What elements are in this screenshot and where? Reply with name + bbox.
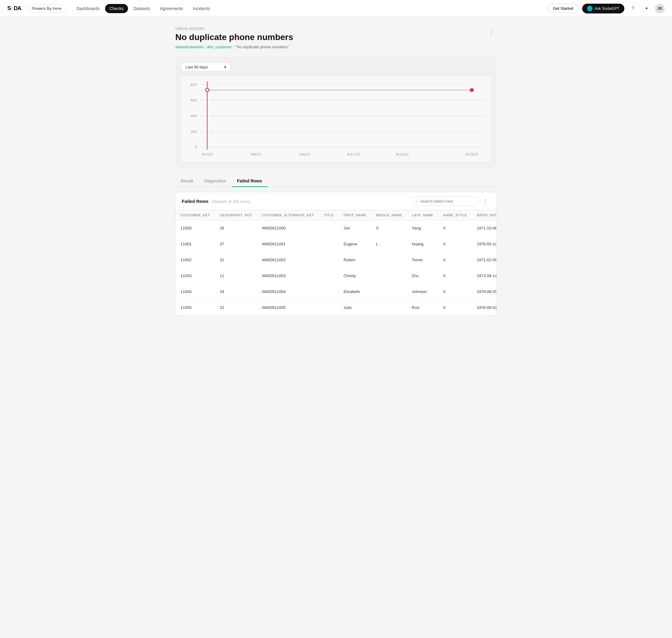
failed-rows-table: CUSTOMER_KEY GEOGRAPHY_KEY CUSTOMER_ALTE… [176, 210, 497, 315]
table-cell [319, 252, 339, 268]
breadcrumb-adventureworks[interactable]: adventureworks [175, 45, 203, 49]
table-cell [319, 300, 339, 316]
nav-dashboards[interactable]: Dashboards [72, 4, 104, 13]
table-row: 1100419AW00011004ElizabethJohnson01979-0… [176, 284, 497, 300]
table-actions: ⌕ ⋮ [411, 197, 490, 206]
table-cell [319, 236, 339, 252]
table-cell: Huang [407, 236, 438, 252]
tabs: Result Diagnostics Failed Rows [175, 175, 497, 187]
table-cell: V [371, 220, 407, 236]
table-cell [371, 252, 407, 268]
table-cell: Elizabeth [339, 284, 371, 300]
table-cell: 0 [438, 268, 472, 284]
svg-text:400: 400 [190, 114, 197, 118]
col-first-name: FIRST_NAME [339, 210, 371, 220]
app-logo: S○DA. [7, 5, 22, 12]
table-cell: 0 [438, 236, 472, 252]
table-cell [371, 300, 407, 316]
svg-text:200: 200 [190, 130, 197, 134]
table-cell: Ruiz [407, 300, 438, 316]
table-cell: AW00011000 [257, 220, 319, 236]
table-cell: 11001 [176, 236, 215, 252]
brand-selector[interactable]: Flowers By Irene [27, 4, 66, 13]
col-middle-name: MIDDLE_NAME [371, 210, 407, 220]
table-cell: 31 [215, 252, 257, 268]
nav-datasets[interactable]: Datasets [129, 4, 155, 13]
col-last-name: LAST_NAME [407, 210, 438, 220]
nav-incidents[interactable]: Incidents [188, 4, 214, 13]
table-cell: 0 [438, 284, 472, 300]
search-input[interactable] [420, 199, 473, 203]
chart-svg: 800 600 400 200 0 9/7/23 9/8/23 9/9/23 9… [186, 81, 486, 160]
tab-result[interactable]: Result [175, 175, 199, 187]
svg-text:9/8/23: 9/8/23 [251, 152, 261, 157]
svg-text:9/13/23: 9/13/23 [466, 152, 478, 157]
navbar: S○DA. Flowers By Irene Dashboards Checks… [0, 0, 672, 17]
table-cell: AW00011005 [257, 300, 319, 316]
table-cell: AW00011002 [257, 252, 319, 268]
table-cell [319, 220, 339, 236]
table-cell: Jon [339, 220, 371, 236]
page-more-button[interactable]: ⋮ [486, 27, 497, 37]
help-button[interactable]: ? [628, 4, 638, 14]
table-cell [371, 284, 407, 300]
page-title-section: CHECK HISTORY No duplicate phone numbers… [175, 27, 293, 56]
col-birth-date: BIRTH_DATE [472, 210, 497, 220]
table-cell: 19 [215, 284, 257, 300]
table-cell: 11004 [176, 284, 215, 300]
tab-failed-rows[interactable]: Failed Rows [231, 175, 268, 187]
svg-text:0: 0 [194, 145, 197, 149]
table-cell: Christy [339, 268, 371, 284]
table-cell: AW00011001 [257, 236, 319, 252]
table-header: Failed Rows (Sample of 100 rows) ⌕ ⋮ [176, 192, 496, 210]
table-cell [371, 268, 407, 284]
get-started-button[interactable]: Get Started [548, 4, 578, 13]
svg-point-12 [206, 88, 209, 92]
table-cell: 22 [215, 300, 257, 316]
page-header: CHECK HISTORY No duplicate phone numbers… [175, 27, 497, 56]
table-body: 1100026AW00011000JonVYang01971-10-06M110… [176, 220, 497, 316]
table-head: CUSTOMER_KEY GEOGRAPHY_KEY CUSTOMER_ALTE… [176, 210, 497, 220]
table-cell: 11005 [176, 300, 215, 316]
date-range-selector[interactable]: Last 90 days ▾ [182, 63, 230, 71]
table-subtitle: (Sample of 100 rows) [212, 199, 250, 204]
user-avatar[interactable]: JR [655, 4, 665, 14]
svg-text:9/12/23: 9/12/23 [396, 152, 409, 157]
navbar-right: Get Started Ask SodaGPT ? ✦ JR [548, 4, 665, 14]
col-title: TITLE [319, 210, 339, 220]
search-box[interactable]: ⌕ [411, 197, 478, 206]
table-cell: 11000 [176, 220, 215, 236]
table-row: 1100311AW00011003ChristyZhu01973-08-14S [176, 268, 497, 284]
table-row: 1100231AW00011002RubenTorres01971-02-09M [176, 252, 497, 268]
breadcrumb-dim-customer[interactable]: dim_customer [207, 45, 232, 49]
tab-diagnostics[interactable]: Diagnostics [199, 175, 231, 187]
ask-soda-button[interactable]: Ask SodaGPT [582, 4, 624, 14]
table-cell: AW00011004 [257, 284, 319, 300]
col-customer-alternate-key: CUSTOMER_ALTERNATE_KEY [257, 210, 319, 220]
main-content: CHECK HISTORY No duplicate phone numbers… [168, 17, 504, 325]
table-row: 1100522AW00011005JulioRuiz01976-08-01S [176, 300, 497, 316]
nav-checks[interactable]: Checks [105, 4, 128, 13]
col-customer-key: CUSTOMER_KEY [176, 210, 215, 220]
table-cell: 0 [438, 300, 472, 316]
table-cell: Zhu [407, 268, 438, 284]
table-cell: 11002 [176, 252, 215, 268]
table-cell: Julio [339, 300, 371, 316]
failed-rows-card: Failed Rows (Sample of 100 rows) ⌕ ⋮ CUS… [175, 192, 497, 316]
svg-text:600: 600 [190, 98, 197, 103]
nav-agreements[interactable]: Agreements [156, 4, 187, 13]
table-cell: 0 [438, 220, 472, 236]
svg-point-13 [470, 88, 473, 92]
table-cell: AW00011003 [257, 268, 319, 284]
table-cell: 1971-02-09 [472, 252, 497, 268]
svg-text:9/7/23: 9/7/23 [202, 152, 212, 157]
table-cell: Ruben [339, 252, 371, 268]
table-title: Failed Rows [182, 199, 209, 204]
table-cell: 1973-08-14 [472, 268, 497, 284]
col-geography-key: GEOGRAPHY_KEY [215, 210, 257, 220]
table-cell: 0 [438, 252, 472, 268]
table-more-button[interactable]: ⋮ [481, 197, 490, 205]
table-cell [319, 268, 339, 284]
col-name-style: NAME_STYLE [438, 210, 472, 220]
integrations-button[interactable]: ✦ [641, 4, 651, 14]
